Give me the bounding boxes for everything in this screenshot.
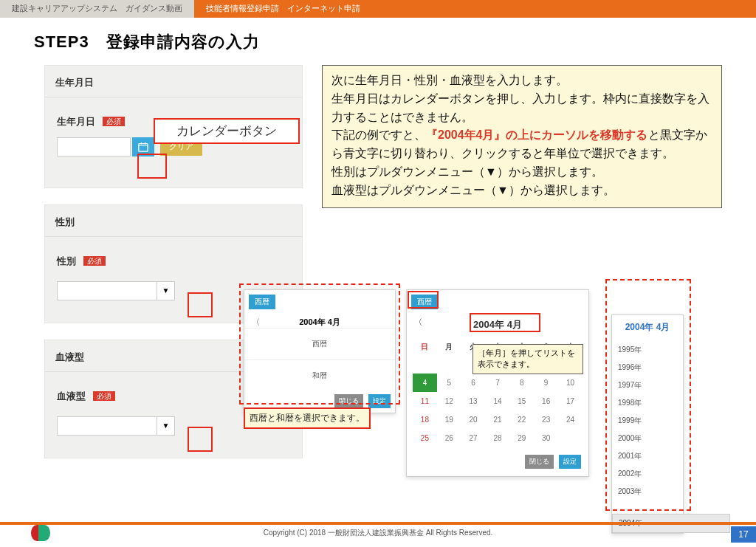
blood-required-badge: 必須	[93, 391, 115, 401]
dow-header: 日	[413, 339, 437, 355]
sex-select[interactable]: ▼	[57, 281, 175, 300]
calendar-day[interactable]: 4	[413, 374, 437, 392]
sex-required-badge: 必須	[83, 256, 106, 266]
explanation-box: 次に生年月日・性別・血液型を入力します。 生年月日はカレンダーボタンを押し、入力…	[322, 65, 722, 208]
year-option[interactable]: 2002年	[612, 465, 683, 483]
calendar-day[interactable]: 8	[509, 374, 534, 392]
popup2-yearmonth[interactable]: 2004年 4月	[407, 318, 588, 331]
yearlist-header: 2004年 4月	[612, 315, 683, 341]
calendar-day	[558, 429, 583, 447]
calendar-day[interactable]: 10	[558, 374, 583, 392]
era-switch-button-2[interactable]: 西暦	[411, 295, 438, 309]
popup2-tip: ［年月］を押してリストを表示できます。	[472, 344, 583, 374]
dow-header: 月	[437, 339, 461, 355]
chevron-down-icon: ▼	[157, 282, 174, 300]
popup1-set[interactable]: 設定	[368, 394, 391, 408]
dob-required-badge: 必須	[103, 117, 125, 126]
calendar-day[interactable]: 17	[558, 392, 583, 410]
calendar-day[interactable]: 11	[413, 392, 437, 410]
calendar-day	[413, 355, 437, 374]
calendar-day[interactable]: 29	[509, 429, 534, 447]
calendar-day	[437, 355, 461, 374]
footer-divider	[0, 522, 756, 525]
calendar-popup-month: 西暦 〈 2004年 4月 日月火水木金土 123456789101112131…	[406, 289, 589, 477]
calendar-day[interactable]: 14	[486, 392, 510, 410]
year-option[interactable]: 1995年	[612, 341, 683, 359]
calendar-day[interactable]: 12	[437, 392, 461, 410]
explain-line1: 次に生年月日・性別・血液型を入力します。	[331, 72, 712, 90]
explain-line2: 生年月日はカレンダーボタンを押し、入力します。枠内に直接数字を入力することはでき…	[331, 90, 712, 127]
explain-line3: 下記の例ですと、『2004年4月』の上にカーソルを移動すると黒文字から青文字に切…	[331, 126, 712, 163]
calendar-day[interactable]: 15	[509, 392, 534, 410]
calendar-day[interactable]: 24	[558, 410, 583, 429]
popup1-close[interactable]: 閉じる	[334, 394, 363, 408]
year-option[interactable]: 1997年	[612, 376, 683, 394]
copyright: Copyright (C) 2018 一般財団法人建設業振興基金 All Rig…	[0, 528, 756, 538]
calendar-day[interactable]: 23	[534, 410, 558, 429]
popup2-set[interactable]: 設定	[559, 455, 581, 469]
sex-label: 性別	[57, 255, 76, 268]
calendar-day[interactable]: 21	[486, 410, 510, 429]
popup1-caption: 西暦と和暦を選択できます。	[244, 407, 371, 429]
era-option-seireki[interactable]: 西暦	[244, 328, 395, 359]
chevron-left-icon[interactable]: 〈	[414, 317, 422, 328]
year-option[interactable]: 1999年	[612, 412, 683, 430]
era-switch-button[interactable]: 西暦	[249, 295, 275, 309]
step-title: STEP3 登録申請内容の入力	[0, 18, 756, 62]
year-option[interactable]: 1996年	[612, 359, 683, 376]
era-option-wareki[interactable]: 和暦	[244, 359, 395, 391]
calendar-icon	[138, 142, 148, 152]
calendar-day[interactable]: 22	[509, 410, 534, 429]
popup1-yearmonth[interactable]: 2004年 4月	[244, 317, 395, 328]
dob-label: 生年月日	[57, 115, 95, 128]
top-bar: 建設キャリアアップシステム ガイダンス動画 技能者情報登録申請 インターネット申…	[0, 0, 756, 18]
calendar-popup-era: 西暦 〈 2004年 4月 西暦 和暦 閉じる 設定	[244, 289, 396, 413]
calendar-day[interactable]: 9	[534, 374, 558, 392]
calendar-day[interactable]: 25	[413, 429, 437, 447]
panel-dob-header: 生年月日	[45, 66, 302, 97]
year-option[interactable]: 1998年	[612, 394, 683, 412]
blood-select[interactable]: ▼	[57, 416, 175, 436]
calendar-day[interactable]: 5	[437, 374, 461, 392]
calendar-day[interactable]: 28	[486, 429, 510, 447]
annotation-calendar-label: カレンダーボタン	[154, 118, 300, 144]
calendar-day[interactable]: 7	[486, 374, 510, 392]
topbar-left: 建設キャリアアップシステム ガイダンス動画	[0, 0, 194, 18]
year-option[interactable]: 2000年	[612, 430, 683, 447]
year-option[interactable]: 2003年	[612, 483, 683, 500]
popup2-close[interactable]: 閉じる	[525, 455, 554, 469]
svg-rect-0	[139, 144, 148, 152]
calendar-day[interactable]: 30	[534, 429, 558, 447]
topbar-right: 技能者情報登録申請 インターネット申請	[194, 0, 756, 18]
calendar-day[interactable]: 6	[461, 374, 486, 392]
explain-line5: 血液型はプルダウンメニュー（▼）から選択します。	[331, 182, 712, 200]
panel-sex-header: 性別	[45, 205, 302, 237]
page-number: 17	[731, 526, 756, 543]
year-option[interactable]: 2001年	[612, 447, 683, 465]
calendar-day[interactable]: 26	[437, 429, 461, 447]
calendar-day[interactable]: 20	[461, 410, 486, 429]
blood-label: 血液型	[57, 390, 86, 403]
dob-input[interactable]	[57, 137, 131, 156]
explain-line4: 性別はプルダウンメニュー（▼）から選択します。	[331, 163, 712, 182]
calendar-day[interactable]: 18	[413, 410, 437, 429]
calendar-day[interactable]: 27	[461, 429, 486, 447]
calendar-day[interactable]: 13	[461, 392, 486, 410]
calendar-day[interactable]: 16	[534, 392, 558, 410]
calendar-day[interactable]: 19	[437, 410, 461, 429]
chevron-down-icon: ▼	[157, 417, 174, 435]
chevron-left-icon[interactable]: 〈	[252, 317, 260, 328]
calendar-button[interactable]	[132, 137, 154, 156]
year-list-panel: 2004年 4月 1995年1996年1997年1998年1999年2000年2…	[611, 314, 684, 534]
